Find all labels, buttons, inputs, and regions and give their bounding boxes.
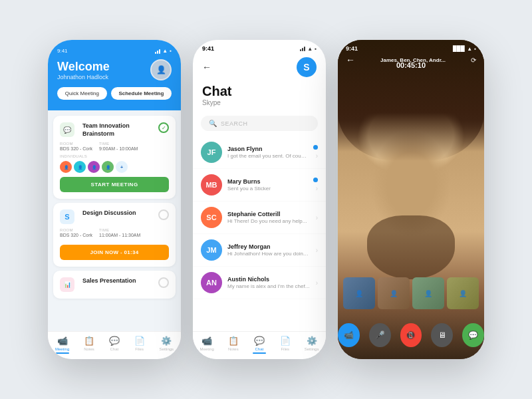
phone2-status-bar: 9:41 ▲ ▪: [193, 40, 326, 55]
meeting-card-3[interactable]: 📊 Sales Presentation: [53, 271, 176, 299]
chevron-icon-2: ›: [316, 185, 318, 192]
welcome-heading: Welcome: [57, 60, 110, 74]
chat-nav-label-2: Chat: [255, 347, 263, 351]
skype-app-icon: S: [297, 57, 317, 77]
user-avatar: 👤: [150, 59, 172, 80]
chat-item-2[interactable]: MB Mary Burns Sent you a Sticker ›: [193, 169, 326, 201]
screen-share-button[interactable]: 🖥: [431, 323, 453, 347]
nav-meeting-2[interactable]: 📹 Meeting: [200, 336, 213, 354]
meeting-icon-3: 📊: [60, 277, 74, 292]
chevron-icon-4: ›: [316, 247, 318, 254]
signal-icon: [155, 49, 160, 54]
main-video-view: [338, 40, 484, 359]
meeting-icon-1: 💬: [60, 122, 74, 137]
join-meeting-button[interactable]: JOIN NOW - 01:34: [60, 245, 169, 260]
nav-files-2[interactable]: 📄 Files: [280, 336, 291, 354]
mute-button[interactable]: 🎤: [369, 323, 391, 347]
nav-meeting-1[interactable]: 📹 Meeting: [55, 336, 69, 354]
meeting-title-3-block: Sales Presentation: [82, 277, 136, 285]
back-arrow-button[interactable]: ←: [202, 62, 211, 72]
call-timer: 00:45:10: [338, 61, 484, 69]
schedule-meeting-button[interactable]: Schedule Meeting: [111, 87, 172, 100]
nav-active-indicator: [56, 352, 69, 354]
phone2-wrapper: 9:41 ▲ ▪ ← S Chat Skype: [193, 40, 326, 359]
start-meeting-button[interactable]: START MEETING: [60, 177, 169, 192]
meeting-card-1[interactable]: 💬 Team Innovation Brainstorm ✓ ROOM BDS …: [53, 116, 176, 199]
nav-notes-1[interactable]: 📋 Notes: [84, 336, 94, 354]
mini-video-inner-4: 👤: [447, 277, 479, 309]
nav-notes-2[interactable]: 📋 Notes: [228, 336, 239, 354]
phone1-time: 9:41: [57, 48, 68, 54]
chat-preview-5: My name is alex and I'm the chef...: [227, 283, 311, 289]
chat-nav-icon: 💬: [109, 336, 120, 346]
meeting-nav-label: Meeting: [55, 347, 69, 351]
mini-video-2[interactable]: 👤: [378, 277, 410, 309]
phone1-action-buttons: Quick Meeting Schedule Meeting: [57, 87, 172, 100]
search-bar[interactable]: 🔍 SEARCH: [201, 116, 318, 131]
nav-files-1[interactable]: 📄 Files: [134, 336, 145, 354]
avatar-1: 👤: [60, 161, 72, 173]
end-call-button[interactable]: 📵: [400, 323, 422, 347]
mini-video-3[interactable]: 👤: [412, 277, 444, 309]
mini-video-4[interactable]: 👤: [447, 277, 479, 309]
mini-video-1[interactable]: 👤: [343, 277, 375, 309]
chat-button[interactable]: 💬: [462, 323, 484, 347]
avatar-plus: +: [116, 161, 128, 173]
chat-preview-4: Hi Johnathon! How are you doing?...: [227, 251, 311, 257]
nav-settings-2[interactable]: ⚙️ Settings: [305, 336, 319, 354]
room-meta-2: ROOM BDS 320 - Cork: [60, 228, 92, 237]
chat-right-2: ›: [313, 178, 318, 192]
meeting-card-3-top: 📊 Sales Presentation: [60, 277, 169, 292]
chat-info-5: Austin Nichols My name is alex and I'm t…: [227, 276, 311, 289]
phone2-status-icons: ▲ ▪: [300, 46, 317, 52]
settings-nav-icon: ⚙️: [161, 336, 172, 346]
chevron-icon-5: ›: [316, 279, 318, 287]
chat-title: Chat: [202, 84, 317, 99]
files-nav-label-2: Files: [281, 347, 289, 351]
meeting-card-2[interactable]: S Design Discussion ROOM BDS 320 - Cork: [53, 203, 176, 267]
chat-info-3: Stephanie Cotterill Hi There! Do you nee…: [227, 211, 311, 224]
chat-avatar-4: JM: [201, 239, 222, 261]
avatars-row-1: 👤 👤 👤 👤 +: [60, 161, 169, 173]
meeting-check-3: [158, 277, 169, 288]
wifi-icon: ▲: [162, 48, 168, 54]
notes-nav-icon-2: 📋: [228, 336, 239, 346]
notes-nav-label-2: Notes: [228, 347, 239, 351]
phone1-welcome-row: Welcome Johnathon Hadlock 👤: [57, 59, 172, 80]
chat-preview-3: Hi There! Do you need any help...: [227, 218, 311, 224]
chat-item-3[interactable]: SC Stephanie Cotterill Hi There! Do you …: [193, 201, 326, 234]
chat-preview-2: Sent you a Sticker: [227, 186, 308, 192]
meeting-title-1: Team Innovation Brainstorm: [82, 122, 158, 138]
quick-meeting-button[interactable]: Quick Meeting: [57, 87, 107, 100]
phone2-signal-icon: [300, 46, 305, 51]
nav-chat-1[interactable]: 💬 Chat: [109, 336, 120, 354]
phone3-wrapper: 9:41 ▉▉▉ ▲ ▪ ← James, Ben, Chen, Andr...…: [338, 40, 484, 359]
phone2-chat: 9:41 ▲ ▪ ← S Chat Skype: [193, 40, 326, 359]
chat-item-5[interactable]: AN Austin Nichols My name is alex and I'…: [193, 267, 326, 299]
phone1-header: 9:41 ▲ ▪ Welcome Johnathon Had: [48, 40, 181, 110]
video-toggle-button[interactable]: 📹: [338, 323, 360, 347]
chat-right-1: ›: [313, 145, 318, 160]
phone1-status-bar: 9:41 ▲ ▪: [57, 48, 172, 54]
chat-ctrl-icon: 💬: [468, 331, 478, 340]
room-meta-1: ROOM BDS 320 - Cork: [60, 142, 92, 151]
chat-subtitle: Skype: [202, 99, 317, 106]
schedule-prefix: Schedule: [118, 90, 144, 96]
search-placeholder-text: SEARCH: [221, 120, 248, 127]
nav-chat-2[interactable]: 💬 Chat: [253, 336, 266, 354]
meeting-card-1-top: 💬 Team Innovation Brainstorm ✓: [60, 122, 169, 138]
notes-nav-icon: 📋: [84, 336, 94, 346]
time-meta-2: TIME 11:00AM - 11:30AM: [99, 228, 140, 237]
phone1-nav: 📹 Meeting 📋 Notes 💬 Chat 📄 Files: [48, 331, 181, 359]
phone2-wifi-icon: ▲: [307, 46, 313, 52]
chat-item-1[interactable]: JF Jason Flynn I got the email you sent.…: [193, 136, 326, 169]
nav-settings-1[interactable]: ⚙️ Settings: [159, 336, 174, 354]
video-ctrl-icon: 📹: [344, 331, 354, 340]
chat-name-4: Jeffrey Morgan: [227, 243, 311, 250]
chat-preview-1: I got the email you sent. Of course...: [227, 153, 308, 159]
mute-icon: 🎤: [375, 331, 385, 340]
chat-item-4[interactable]: JM Jeffrey Morgan Hi Johnathon! How are …: [193, 234, 326, 267]
chat-right-4: ›: [316, 247, 318, 254]
meeting-card-1-info: 💬 Team Innovation Brainstorm: [60, 122, 158, 138]
meeting-nav-icon-2: 📹: [201, 336, 212, 346]
